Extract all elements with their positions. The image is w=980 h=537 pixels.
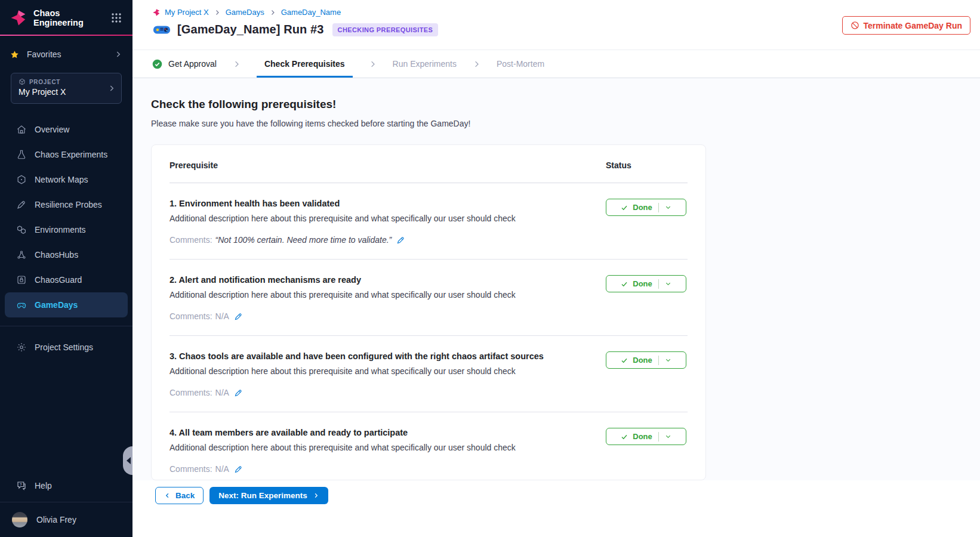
edit-comment-icon[interactable] [396,236,405,245]
step-check-prerequisites[interactable]: Check Prerequisites [257,50,353,78]
comments-row: Comments: N/A [170,311,582,321]
button-divider [658,356,659,365]
favorites-label: Favorites [27,50,61,59]
app-root: Chaos Engineering Favorites [0,0,980,537]
comments-label: Comments: [170,311,212,321]
chevron-right-icon [107,84,116,92]
chevron-down-icon [665,280,671,287]
sidebar-item-help[interactable]: ? Help [0,472,132,499]
check-icon [621,280,628,288]
chevron-right-icon [269,9,276,16]
content: Check the following prerequisites! Pleas… [132,78,980,480]
main-area: My Project X GameDays GameDay_Name [Game… [132,0,980,537]
sidebar-item-chaoshubs[interactable]: ChaosHubs [0,242,132,267]
svg-text:?: ? [20,483,22,486]
table-row: 4. All team members are available and re… [170,412,688,480]
comments-label: Comments: [170,235,212,245]
chevron-right-icon [472,60,481,69]
edit-comment-icon[interactable] [234,388,243,397]
ban-icon [850,21,859,30]
hexagon-icon [16,174,27,185]
breadcrumb-project-link[interactable]: My Project X [165,8,209,17]
probe-pen-icon [16,199,27,210]
gamepad-emoji-icon [152,23,171,36]
prerequisite-title: 4. All team members are available and re… [170,428,582,437]
edit-comment-icon[interactable] [234,312,243,321]
breadcrumb-gameday-name-link[interactable]: GameDay_Name [281,8,341,17]
sidebar-item-network-maps[interactable]: Network Maps [0,167,132,192]
sidebar-collapse-handle[interactable] [123,446,132,475]
sidebar-item-project-settings[interactable]: Project Settings [0,335,132,360]
back-button[interactable]: Back [155,487,204,504]
collapse-arrow-icon [127,457,131,464]
status-done-button[interactable]: Done [606,428,686,445]
terminate-gameday-run-button[interactable]: Terminate GameDay Run [842,16,970,35]
prerequisite-title: 3. Chaos tools are available and have be… [170,351,582,361]
project-name: My Project X [19,87,106,97]
chevron-right-icon [313,492,319,499]
content-subheading: Please make sure you have the following … [151,119,980,128]
prerequisite-description: Additional description here about this p… [170,214,582,223]
prerequisite-description: Additional description here about this p… [170,443,582,452]
status-done-button[interactable]: Done [606,199,686,216]
prerequisite-title: 2. Alert and notification mechanisms are… [170,275,582,285]
flask-icon [16,149,27,160]
edit-comment-icon[interactable] [234,465,243,474]
run-stepper: Get Approval Check Prerequisites Run Exp… [132,50,980,78]
step-get-approval[interactable]: Get Approval [152,50,217,78]
table-header: Prerequisite Status [170,145,688,183]
app-grid-menu-icon[interactable] [110,11,123,24]
user-avatar [12,512,27,527]
chevron-down-icon [665,433,671,440]
sidebar-item-environments[interactable]: Environments [0,217,132,242]
chevron-down-icon [665,357,671,363]
sidebar-item-favorites[interactable]: Favorites [0,43,132,66]
status-done-button[interactable]: Done [606,351,686,369]
sidebar-bottom: ? Help Olivia Frey [0,472,132,537]
check-icon [621,357,628,364]
sidebar-item-resilience-probes[interactable]: Resilience Probes [0,192,132,217]
button-divider [658,203,659,212]
star-icon [10,50,19,59]
status-done-button[interactable]: Done [606,275,686,292]
check-circle-icon [152,59,162,69]
project-selector[interactable]: PROJECT My Project X [11,73,122,104]
status-badge: CHECKING PREREQUISITES [332,23,439,36]
help-chat-icon: ? [16,480,27,491]
prerequisite-description: Additional description here about this p… [170,290,582,300]
chaos-module-icon [152,8,161,17]
user-name: Olivia Frey [36,515,76,524]
hub-nodes-icon [16,249,27,260]
page-title: [GameDay_Name] Run #3 [177,23,324,36]
comment-text: “Not 100% certain. Need more time to val… [215,235,392,245]
chevron-right-icon [214,9,221,16]
check-icon [621,433,628,440]
comments-row: Comments: N/A [170,388,582,397]
next-run-experiments-button[interactable]: Next: Run Experiments [209,487,328,504]
sidebar-divider [0,326,132,326]
step-post-mortem[interactable]: Post-Mortem [497,50,544,78]
sidebar-item-overview[interactable]: Overview [0,117,132,142]
lock-shield-icon [16,274,27,285]
breadcrumb-gamedays-link[interactable]: GameDays [226,8,264,17]
cube-icon [19,78,26,85]
brand-title: Chaos Engineering [33,8,84,27]
table-row: 1. Environment health has been validated… [170,183,688,260]
step-run-experiments[interactable]: Run Experiments [393,50,457,78]
sidebar-item-gamedays[interactable]: GameDays [5,292,128,317]
project-kicker: PROJECT [29,79,60,85]
column-header-prerequisite: Prerequisite [170,161,606,170]
page-header: My Project X GameDays GameDay_Name [Game… [132,0,980,50]
comment-text: N/A [215,464,229,474]
comments-row: Comments: N/A [170,464,582,474]
chevron-down-icon [665,204,671,211]
column-header-status: Status [606,161,688,170]
sidebar-item-chaos-experiments[interactable]: Chaos Experiments [0,142,132,167]
gamepad-icon [16,300,27,310]
user-profile[interactable]: Olivia Frey [0,502,132,537]
button-divider [658,432,659,442]
table-row: 3. Chaos tools are available and have be… [170,336,688,412]
wizard-footer: Back Next: Run Experiments [132,480,980,537]
sidebar-item-chaosguard[interactable]: ChaosGuard [0,267,132,292]
chevron-right-icon [232,60,241,69]
